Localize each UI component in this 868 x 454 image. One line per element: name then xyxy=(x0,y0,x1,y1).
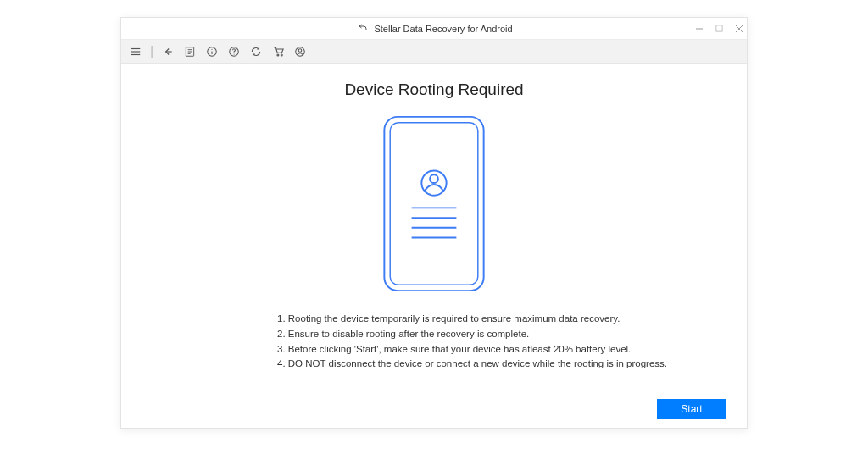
svg-rect-1 xyxy=(716,25,722,31)
help-icon[interactable] xyxy=(226,44,242,59)
svg-point-17 xyxy=(277,54,279,56)
undo-icon xyxy=(355,21,370,36)
titlebar: Stellar Data Recovery for Android xyxy=(121,18,747,40)
instructions-list: 1. Rooting the device temporarily is req… xyxy=(277,312,667,372)
app-window: Stellar Data Recovery for Android | xyxy=(120,17,748,429)
user-icon[interactable] xyxy=(292,44,308,59)
maximize-button[interactable] xyxy=(715,25,723,32)
info-icon[interactable] xyxy=(204,44,220,59)
device-illustration xyxy=(380,113,488,295)
svg-point-14 xyxy=(212,48,213,49)
notes-icon[interactable] xyxy=(182,44,198,59)
svg-rect-22 xyxy=(390,123,478,285)
window-controls xyxy=(695,25,743,33)
toolbar: | xyxy=(121,40,747,64)
svg-rect-21 xyxy=(384,117,483,291)
main-content: Device Rooting Required 1. Rooting the d… xyxy=(121,64,747,428)
minimize-button[interactable] xyxy=(695,25,704,33)
svg-point-18 xyxy=(281,54,282,56)
instruction-item: 2. Ensure to disable rooting after the r… xyxy=(277,327,667,342)
start-button[interactable]: Start xyxy=(657,399,726,419)
app-title: Stellar Data Recovery for Android xyxy=(374,24,512,34)
refresh-icon[interactable] xyxy=(248,44,264,59)
svg-point-16 xyxy=(234,53,235,54)
toolbar-separator: | xyxy=(150,44,153,59)
menu-icon[interactable] xyxy=(128,44,143,59)
titlebar-center: Stellar Data Recovery for Android xyxy=(355,21,512,36)
page-heading: Device Rooting Required xyxy=(344,80,523,99)
svg-point-24 xyxy=(430,174,438,183)
back-icon[interactable] xyxy=(160,44,175,59)
instruction-item: 1. Rooting the device temporarily is req… xyxy=(277,312,667,327)
instruction-item: 3. Before clicking 'Start', make sure th… xyxy=(277,342,667,357)
instruction-item: 4. DO NOT disconnect the device or conne… xyxy=(277,357,667,372)
cart-icon[interactable] xyxy=(270,44,286,59)
svg-point-20 xyxy=(298,48,302,52)
close-button[interactable] xyxy=(735,25,743,33)
